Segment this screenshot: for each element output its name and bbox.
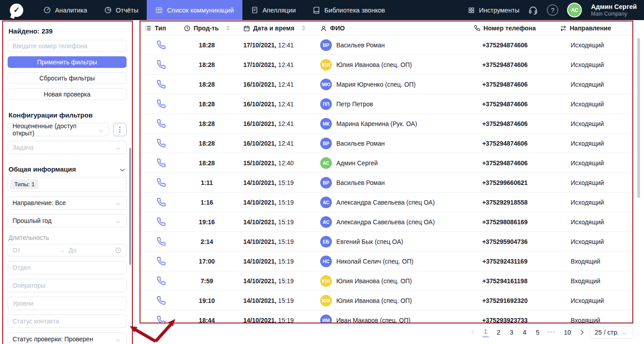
sort-control[interactable] bbox=[302, 25, 305, 31]
phone-call-icon[interactable] bbox=[157, 119, 166, 128]
phone-number-cell: +375299660621 bbox=[460, 179, 550, 186]
headset-icon[interactable] bbox=[528, 5, 538, 15]
table-row[interactable]: 18:44 14/10/2021, 15:19 ИМ Иван Макаров … bbox=[140, 310, 632, 323]
page-button-10[interactable]: 10 bbox=[563, 328, 572, 336]
sidebar-scrollbar[interactable] bbox=[129, 148, 131, 265]
page-button-1[interactable]: 1 bbox=[483, 327, 489, 337]
filter-config-menu-button[interactable]: ⋮ bbox=[113, 123, 127, 136]
next-page-icon[interactable] bbox=[578, 330, 583, 335]
operator-cell: ЕБ Евгений Бык (спец ОА) bbox=[315, 236, 460, 248]
column-header-type[interactable]: Тип bbox=[140, 25, 182, 32]
table-row[interactable]: 2:14 14/10/2021, 15:19 ЕБ Евгений Бык (с… bbox=[140, 232, 632, 252]
datetime-cell: 14/10/2021, 15:19 bbox=[232, 218, 315, 226]
column-header-phone[interactable]: Номер телефона bbox=[460, 25, 550, 32]
phone-call-icon[interactable] bbox=[157, 276, 166, 285]
operator-cell: ИМ Иван Макаров (спец. ОП) bbox=[315, 315, 460, 323]
pagination-ellipsis[interactable]: ••• bbox=[547, 329, 556, 336]
table-row[interactable]: 1:16 14/10/2021, 15:19 АС Александра Сав… bbox=[140, 193, 632, 212]
phone-call-icon[interactable] bbox=[157, 237, 166, 246]
table-row[interactable]: 1:11 14/10/2021, 15:19 ВР Васильев Роман… bbox=[140, 173, 632, 193]
prev-page-icon[interactable] bbox=[471, 330, 476, 335]
operator-cell: ЮИ Юлия Иванова (спец. ОП) bbox=[315, 295, 460, 306]
nav-item-analytics[interactable]: Аналитика bbox=[35, 0, 96, 20]
column-header-datetime[interactable]: Дата и время bbox=[232, 25, 315, 32]
duration-cell: 18:28 bbox=[182, 140, 232, 147]
column-header-name[interactable]: ФИО bbox=[315, 25, 460, 32]
period-select[interactable]: Прошлый год bbox=[8, 214, 127, 227]
duration-range-input[interactable]: От → До bbox=[8, 244, 127, 256]
levels-select[interactable]: Уровни bbox=[8, 297, 127, 310]
datetime-cell: 17/10/2021, 12:41 bbox=[232, 42, 315, 49]
apply-filters-button[interactable]: Применить фильтры bbox=[8, 56, 127, 68]
phone-call-icon[interactable] bbox=[157, 217, 166, 227]
phone-call-icon[interactable] bbox=[157, 80, 166, 89]
call-type-cell bbox=[140, 197, 182, 207]
phone-number-cell: +375292918558 bbox=[460, 199, 550, 206]
table-row[interactable]: 18:28 16/10/2021, 12:41 МЮ Мария Юрченко… bbox=[140, 75, 632, 94]
nav-item-call-library[interactable]: Библиотека звонков bbox=[304, 0, 393, 20]
phone-call-icon[interactable] bbox=[157, 158, 166, 168]
operator-name: Васильев Роман bbox=[336, 42, 385, 49]
calendar-icon bbox=[243, 25, 250, 32]
phone-search-input[interactable]: Введите номер телефона bbox=[8, 40, 127, 52]
page-button-2[interactable]: 2 bbox=[496, 328, 502, 336]
phone-call-icon[interactable] bbox=[157, 178, 166, 187]
operator-name: Админ Сергей bbox=[336, 159, 378, 167]
department-select[interactable]: Отдел bbox=[8, 261, 127, 274]
operator-avatar: ИМ bbox=[320, 315, 332, 323]
page-button-3[interactable]: 3 bbox=[508, 328, 515, 336]
duration-cell: 19:16 bbox=[182, 218, 232, 226]
phone-call-icon[interactable] bbox=[157, 315, 166, 323]
nav-item-appeals[interactable]: Апелляции bbox=[242, 0, 304, 20]
table-row[interactable]: 19:16 14/10/2021, 15:19 АС Александра Са… bbox=[140, 212, 632, 232]
direction-cell: Исходящий bbox=[550, 238, 632, 245]
page-button-5[interactable]: 5 bbox=[534, 328, 541, 336]
window-scrollbar[interactable] bbox=[637, 38, 640, 198]
table-row[interactable]: 7:59 14/10/2021, 15:19 ЮИ Юлия Иванова (… bbox=[140, 271, 632, 291]
datetime-cell: 17/10/2021, 12:41 bbox=[232, 61, 315, 68]
table-row[interactable]: 17:00 14/10/2021, 15:19 НС Николай Селич… bbox=[140, 252, 632, 271]
sort-control[interactable] bbox=[226, 25, 230, 31]
help-icon[interactable]: ? bbox=[547, 4, 558, 16]
nav-item-tools[interactable]: Инструменты bbox=[468, 7, 519, 14]
phone-call-icon[interactable] bbox=[157, 60, 166, 69]
direction-select[interactable]: Направление: Все bbox=[8, 196, 127, 210]
table-row[interactable]: 18:28 15/10/2021, 12:40 АС Админ Сергей … bbox=[140, 153, 632, 173]
nav-label: Отчёты bbox=[116, 7, 139, 14]
table-row[interactable]: 18:28 16/10/2021, 12:41 ВР Васильев Рома… bbox=[140, 134, 632, 153]
call-type-cell bbox=[140, 256, 182, 266]
phone-call-icon[interactable] bbox=[157, 256, 166, 266]
phone-call-icon[interactable] bbox=[157, 197, 166, 207]
contact-status-select[interactable]: Статус контакта bbox=[8, 315, 127, 328]
user-avatar[interactable]: АС bbox=[567, 3, 582, 17]
app-logo[interactable]: ✓ bbox=[10, 4, 23, 17]
reset-filters-button[interactable]: Сбросить фильтры bbox=[8, 72, 127, 84]
column-header-direction[interactable]: Направление bbox=[550, 25, 632, 32]
column-header-duration[interactable]: Прод-ть bbox=[182, 25, 232, 32]
phone-call-icon[interactable] bbox=[157, 40, 166, 50]
operator-name: Васильев Роман bbox=[336, 179, 385, 186]
phone-call-icon[interactable] bbox=[157, 99, 166, 109]
page-button-4[interactable]: 4 bbox=[521, 328, 528, 336]
table-row[interactable]: 18:28 17/10/2021, 12:41 ВР Васильев Рома… bbox=[140, 35, 632, 55]
task-select[interactable]: Задача bbox=[8, 141, 127, 154]
phone-call-icon[interactable] bbox=[157, 296, 166, 305]
nav-item-communications-list[interactable]: Список коммуникаций bbox=[147, 0, 242, 20]
new-check-button[interactable]: Новая проверка bbox=[8, 88, 127, 100]
operator-avatar: ЮИ bbox=[320, 275, 332, 287]
user-block[interactable]: Админ Сергей Main Company bbox=[591, 3, 637, 17]
filter-config-select[interactable]: Неоцененные (доступ открыт) bbox=[8, 123, 109, 136]
general-info-heading[interactable]: Общая информация bbox=[8, 165, 126, 173]
phone-call-icon[interactable] bbox=[157, 138, 166, 148]
types-filter[interactable]: Типы: 1 bbox=[8, 177, 127, 192]
types-chip[interactable]: Типы: 1 bbox=[10, 179, 38, 189]
table-row[interactable]: 18:28 16/10/2021, 12:41 МК Марина Карени… bbox=[140, 114, 632, 134]
table-row[interactable]: 19:10 14/10/2021, 15:19 ЮИ Юлия Иванова … bbox=[140, 291, 632, 310]
nav-item-reports[interactable]: Отчёты bbox=[96, 0, 147, 20]
datetime-cell: 16/10/2021, 12:41 bbox=[232, 140, 315, 147]
page-size-select[interactable]: 25 / стр. bbox=[589, 326, 633, 339]
operators-select[interactable]: Операторы bbox=[8, 279, 127, 292]
table-row[interactable]: 18:28 16/10/2021, 12:41 ПП Петр Петров +… bbox=[140, 94, 632, 114]
check-status-select[interactable]: Статус проверки: Проверен bbox=[8, 332, 127, 344]
table-row[interactable]: 18:28 17/10/2021, 12:41 ЮИ Юлия Иванова … bbox=[140, 55, 632, 75]
